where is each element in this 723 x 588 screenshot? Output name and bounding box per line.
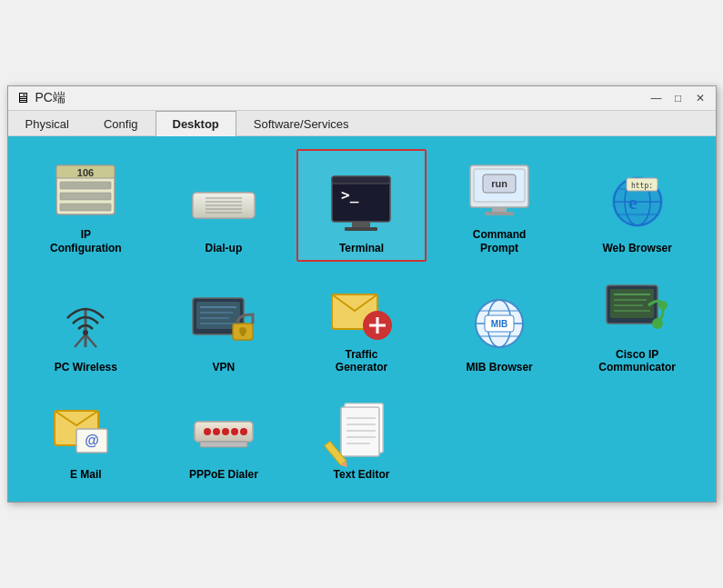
- text-editor-icon[interactable]: Text Editor: [296, 389, 427, 489]
- command-prompt-icon[interactable]: run CommandPrompt: [434, 149, 565, 262]
- tab-desktop[interactable]: Desktop: [156, 111, 236, 136]
- restore-button[interactable]: □: [670, 90, 687, 106]
- web-browser-label: Web Browser: [602, 242, 671, 254]
- svg-line-34: [75, 334, 85, 347]
- svg-rect-14: [332, 176, 390, 184]
- terminal-label: Terminal: [339, 242, 384, 254]
- ip-configuration-image: 106: [49, 156, 122, 224]
- mib-browser-image: MIB: [463, 289, 536, 357]
- svg-rect-22: [492, 207, 507, 212]
- main-window: 🖥 PC端 — □ ✕ Physical Config Desktop Soft…: [7, 85, 717, 503]
- svg-rect-75: [200, 442, 247, 447]
- email-label: E Mail: [70, 468, 102, 481]
- mib-browser-label: MIB Browser: [466, 361, 532, 374]
- title-bar-left: 🖥 PC端: [15, 90, 65, 106]
- dialup-icon[interactable]: Dial-up: [158, 149, 289, 262]
- cisco-ip-communicator-image: [601, 276, 674, 344]
- command-prompt-label: CommandPrompt: [473, 228, 527, 254]
- cisco-ip-communicator-label: Cisco IPCommunicator: [598, 348, 676, 374]
- pppoe-dialer-icon[interactable]: PPPoE Dialer: [158, 389, 289, 489]
- svg-point-74: [240, 428, 247, 435]
- terminal-image: >_: [325, 170, 397, 238]
- dialup-image: [187, 170, 260, 238]
- window-title: PC端: [35, 90, 65, 106]
- svg-point-70: [204, 428, 211, 435]
- svg-point-36: [83, 330, 88, 335]
- svg-rect-4: [60, 193, 111, 200]
- title-bar: 🖥 PC端 — □ ✕: [8, 86, 716, 111]
- svg-text:106: 106: [77, 167, 94, 178]
- svg-text:run: run: [491, 178, 507, 189]
- svg-rect-16: [352, 222, 370, 227]
- pppoe-dialer-image: [187, 396, 260, 464]
- vpn-label: VPN: [213, 361, 236, 374]
- svg-point-71: [213, 428, 220, 435]
- ip-configuration-label: IPConfiguration: [50, 228, 122, 254]
- command-prompt-image: run: [463, 156, 536, 224]
- icon-grid: 106 IPConfiguration: [21, 149, 703, 489]
- svg-rect-17: [345, 227, 377, 231]
- svg-text:e: e: [628, 191, 638, 214]
- tab-bar: Physical Config Desktop Software/Service…: [8, 111, 716, 136]
- pc-wireless-icon[interactable]: PC Wireless: [21, 269, 152, 382]
- terminal-icon[interactable]: >_ Terminal: [296, 149, 427, 262]
- vpn-image: [187, 289, 260, 357]
- desktop-content: 106 IPConfiguration: [8, 136, 716, 502]
- tab-config[interactable]: Config: [86, 111, 156, 136]
- svg-text:@: @: [85, 433, 99, 448]
- pc-wireless-label: PC Wireless: [55, 361, 117, 374]
- email-icon[interactable]: @ E Mail: [21, 389, 152, 489]
- svg-point-72: [222, 428, 229, 435]
- mib-browser-icon[interactable]: MIB MIB Browser: [434, 269, 565, 382]
- vpn-icon[interactable]: VPN: [158, 269, 289, 382]
- svg-point-63: [652, 318, 663, 329]
- minimize-button[interactable]: —: [648, 90, 665, 106]
- tab-software-services[interactable]: Software/Services: [236, 111, 367, 136]
- text-editor-image: [325, 396, 397, 464]
- svg-text:MIB: MIB: [491, 319, 507, 329]
- svg-rect-45: [241, 331, 245, 336]
- pppoe-dialer-label: PPPoE Dialer: [189, 468, 258, 481]
- cisco-ip-communicator-icon[interactable]: Cisco IPCommunicator: [572, 269, 703, 382]
- ip-configuration-icon[interactable]: 106 IPConfiguration: [21, 149, 152, 262]
- svg-rect-77: [341, 407, 379, 456]
- app-icon: 🖥: [15, 90, 30, 106]
- svg-rect-23: [485, 212, 514, 215]
- dialup-label: Dial-up: [206, 242, 243, 254]
- traffic-generator-image: [325, 276, 397, 344]
- email-image: @: [49, 396, 122, 464]
- close-button[interactable]: ✕: [692, 90, 708, 106]
- svg-rect-58: [610, 289, 654, 318]
- text-editor-label: Text Editor: [334, 468, 390, 481]
- svg-text:>_: >_: [341, 186, 359, 204]
- pc-wireless-image: [49, 289, 122, 357]
- web-browser-image: e http:: [601, 170, 674, 238]
- svg-rect-3: [60, 182, 111, 189]
- svg-line-35: [85, 334, 96, 347]
- title-controls: — □ ✕: [648, 90, 708, 106]
- svg-point-64: [658, 301, 668, 310]
- web-browser-icon[interactable]: e http: Web Browser: [572, 149, 703, 262]
- tab-physical[interactable]: Physical: [8, 111, 86, 136]
- svg-rect-5: [60, 204, 111, 211]
- traffic-generator-icon[interactable]: TrafficGenerator: [296, 269, 427, 382]
- traffic-generator-label: TrafficGenerator: [336, 348, 387, 374]
- svg-text:http:: http:: [631, 182, 653, 190]
- svg-point-73: [231, 428, 238, 435]
